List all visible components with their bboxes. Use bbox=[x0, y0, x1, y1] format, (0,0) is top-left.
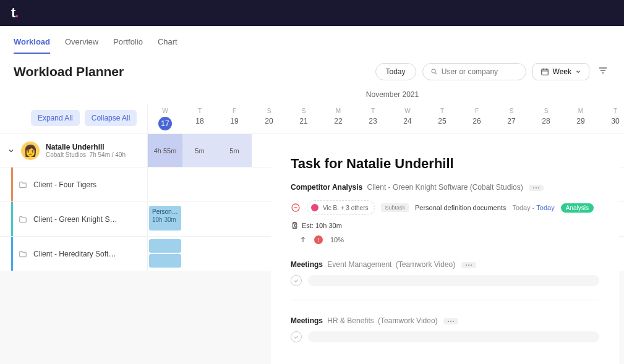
minus-circle-icon[interactable] bbox=[291, 203, 301, 213]
day-column[interactable]: S28 bbox=[529, 104, 563, 133]
day-letter: T bbox=[425, 108, 459, 114]
dots-icon bbox=[447, 320, 455, 323]
progress-row: ! 10% bbox=[299, 235, 599, 244]
load-cell[interactable]: 5m bbox=[217, 134, 252, 167]
page-title: Workload Planner bbox=[14, 64, 124, 79]
task-meta-row: Vic B. + 3 others Subtask Personal defin… bbox=[291, 200, 599, 229]
day-letter: W bbox=[390, 108, 425, 114]
day-letter: F bbox=[217, 108, 252, 114]
more-button[interactable] bbox=[461, 262, 476, 268]
day-column[interactable]: F19 bbox=[217, 104, 252, 133]
day-column[interactable]: S20 bbox=[252, 104, 286, 133]
task-block[interactable] bbox=[149, 239, 181, 253]
breadcrumb: Client - Green Knight Software (Cobalt S… bbox=[367, 183, 523, 192]
grid-cell[interactable] bbox=[148, 237, 182, 271]
client-row[interactable]: Client - Four Tigers bbox=[0, 167, 147, 201]
folder-icon bbox=[19, 180, 27, 189]
day-column[interactable]: M22 bbox=[321, 104, 356, 133]
client-row[interactable]: Client - Hereditary Soft… bbox=[0, 236, 147, 271]
day-column[interactable]: W24 bbox=[390, 104, 425, 133]
logo[interactable]: t. bbox=[11, 5, 19, 21]
more-button[interactable] bbox=[529, 185, 544, 191]
section-header: Meetings HR & Benefits (Teamwork Video) bbox=[291, 316, 599, 325]
checkbox[interactable] bbox=[291, 331, 302, 342]
day-column[interactable]: T18 bbox=[182, 104, 217, 133]
day-number: 18 bbox=[182, 117, 217, 125]
meeting-name: Event Management bbox=[327, 260, 391, 269]
day-column[interactable]: T23 bbox=[356, 104, 390, 133]
calendar-icon bbox=[541, 67, 549, 76]
task-item[interactable] bbox=[291, 275, 599, 286]
client-color-bar bbox=[11, 237, 13, 271]
filter-button[interactable] bbox=[596, 63, 610, 80]
warning-icon[interactable]: ! bbox=[314, 235, 323, 244]
left-column: Expand All Collapse All 👩 Natalie Underh… bbox=[0, 104, 147, 271]
grid-cell[interactable] bbox=[148, 167, 182, 201]
section-header: Meetings Event Management (Teamwork Vide… bbox=[291, 260, 599, 269]
tab-workload[interactable]: Workload bbox=[14, 37, 50, 54]
svg-rect-2 bbox=[541, 69, 548, 75]
detail-title: Task for Natalie Underhill bbox=[291, 156, 599, 172]
view-selector[interactable]: Week bbox=[532, 63, 589, 80]
checkbox[interactable] bbox=[291, 275, 302, 286]
day-column[interactable]: S27 bbox=[494, 104, 529, 133]
today-button[interactable]: Today bbox=[375, 63, 416, 80]
day-number: 17 bbox=[158, 117, 172, 130]
tab-chart[interactable]: Chart bbox=[158, 37, 177, 54]
chevron-down-icon[interactable] bbox=[7, 147, 15, 154]
user-info: Natalie Underhill Cobalt Studios 7h 54m … bbox=[46, 143, 126, 158]
check-icon bbox=[293, 277, 299, 284]
task-item[interactable] bbox=[291, 331, 599, 342]
more-button[interactable] bbox=[443, 318, 458, 324]
day-letter: W bbox=[148, 108, 182, 114]
section-title: Meetings bbox=[291, 260, 323, 269]
expand-all-button[interactable]: Expand All bbox=[31, 110, 80, 126]
day-number: 24 bbox=[390, 117, 425, 125]
load-cell[interactable]: 5m bbox=[182, 134, 217, 167]
priority-icon[interactable] bbox=[299, 235, 307, 244]
tab-portfolio[interactable]: Portfolio bbox=[113, 37, 143, 54]
user-name: Natalie Underhill bbox=[46, 143, 126, 151]
search-input[interactable] bbox=[442, 67, 518, 76]
estimate[interactable]: Est: 10h 30m bbox=[291, 221, 342, 229]
day-letter: T bbox=[356, 108, 390, 114]
day-letter: M bbox=[563, 108, 598, 114]
svg-line-1 bbox=[435, 73, 437, 75]
day-number: 28 bbox=[529, 117, 563, 125]
svg-point-11 bbox=[538, 187, 539, 188]
view-label: Week bbox=[553, 67, 571, 76]
client-row[interactable]: Client - Green Knight S… bbox=[0, 201, 147, 236]
search-box[interactable] bbox=[422, 63, 526, 80]
task-block[interactable]: Personal … 10h 30m bbox=[149, 206, 181, 231]
tabs: Workload Overview Portfolio Chart bbox=[0, 26, 624, 54]
day-number: 27 bbox=[494, 117, 529, 125]
day-column[interactable]: M29 bbox=[563, 104, 598, 133]
assignees-pill[interactable]: Vic B. + 3 others bbox=[307, 200, 375, 215]
check-icon bbox=[293, 334, 299, 340]
day-number: 22 bbox=[321, 117, 356, 125]
meeting-name: HR & Benefits bbox=[327, 316, 374, 325]
subtask-badge: Subtask bbox=[381, 203, 409, 212]
day-column[interactable]: T30 bbox=[598, 104, 624, 133]
tab-overview[interactable]: Overview bbox=[65, 37, 98, 54]
day-column[interactable]: F26 bbox=[459, 104, 494, 133]
search-icon bbox=[430, 67, 438, 76]
load-cell[interactable]: 4h 55m bbox=[148, 134, 182, 167]
expand-controls: Expand All Collapse All bbox=[0, 104, 147, 133]
month-label: November 2021 bbox=[0, 87, 624, 104]
day-column[interactable]: W17 bbox=[148, 104, 182, 133]
user-row[interactable]: 👩 Natalie Underhill Cobalt Studios 7h 54… bbox=[0, 133, 147, 167]
day-number: 21 bbox=[286, 117, 321, 125]
task-block[interactable] bbox=[149, 254, 181, 268]
collapse-all-button[interactable]: Collapse All bbox=[85, 110, 137, 126]
day-column[interactable]: T25 bbox=[425, 104, 459, 133]
client-color-bar bbox=[11, 167, 13, 201]
subtask-name: Personal definition documents bbox=[415, 204, 506, 211]
day-column[interactable]: S21 bbox=[286, 104, 321, 133]
grid-cell[interactable]: Personal … 10h 30m bbox=[148, 202, 182, 236]
detail-breadcrumb: Competitor Analysis Client - Green Knigh… bbox=[291, 183, 599, 192]
progress-percent: 10% bbox=[330, 236, 344, 243]
svg-point-20 bbox=[448, 321, 449, 322]
tag-badge[interactable]: Analysis bbox=[561, 203, 594, 213]
date-range[interactable]: Today - Today bbox=[512, 204, 554, 211]
